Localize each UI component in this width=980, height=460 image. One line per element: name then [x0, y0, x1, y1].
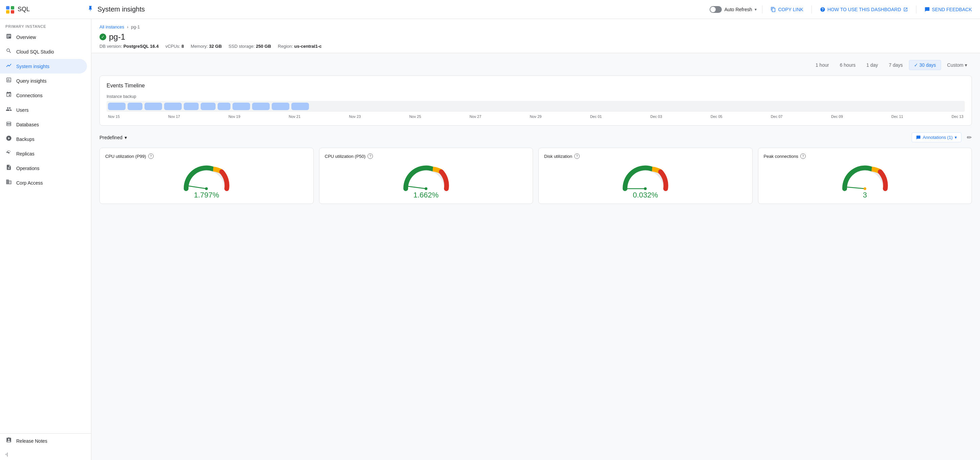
sidebar-item-operations[interactable]: Operations [0, 161, 87, 176]
replicas-icon [5, 150, 12, 158]
sidebar-item-users[interactable]: Users [0, 103, 87, 117]
sidebar-connections-label: Connections [16, 93, 43, 98]
svg-rect-2 [6, 10, 10, 14]
breadcrumb: All instances › pg-1 [100, 24, 972, 29]
time-6hours-button[interactable]: 6 hours [835, 60, 861, 70]
svg-line-10 [846, 187, 865, 188]
release-notes-icon [5, 437, 12, 445]
gauge-disk-wrapper: 0.032% [544, 161, 747, 200]
memory: Memory: 32 GB [191, 44, 222, 49]
release-notes-label: Release Notes [16, 438, 48, 444]
gauge-disk: Disk utilization ? 0.032% [538, 148, 752, 204]
time-1day-button[interactable]: 1 day [862, 60, 883, 70]
time-1hour-button[interactable]: 1 hour [811, 60, 834, 70]
help-icon-cpu-p50[interactable]: ? [368, 153, 373, 159]
gauge-cpu-p50: CPU utilization (P50) ? 1.662% [319, 148, 533, 204]
db-version: DB version: PostgreSQL 16.4 [100, 44, 159, 49]
sidebar-item-databases[interactable]: Databases [0, 117, 87, 132]
breadcrumb-all-instances[interactable]: All instances [100, 24, 124, 29]
collapse-sidebar-button[interactable]: ‹| [0, 448, 91, 460]
gauge-cpu-p99: CPU utilization (P99) ? [100, 148, 314, 204]
gauge-cpu-p50-title: CPU utilization (P50) ? [325, 153, 528, 159]
region: Region: us-central1-c [278, 44, 321, 49]
sidebar-item-release-notes[interactable]: Release Notes [0, 434, 87, 448]
copy-link-label: COPY LINK [778, 7, 803, 12]
timeline-block [145, 103, 162, 110]
sidebar-item-system-insights[interactable]: System insights [0, 59, 87, 73]
timeline-block [127, 103, 142, 110]
auto-refresh-chevron[interactable]: ▾ [755, 7, 757, 12]
pin-icon[interactable] [87, 5, 94, 13]
system-insights-icon [5, 62, 12, 70]
collapse-icon: ‹| [5, 452, 8, 457]
main-layout: Primary instance Overview Cloud SQL Stud… [0, 19, 980, 460]
sidebar-item-connections[interactable]: Connections [0, 88, 87, 103]
gauge-cpu-p50-value: 1.662% [413, 191, 439, 200]
timeline-block [291, 103, 309, 110]
send-feedback-button[interactable]: SEND FEEDBACK [922, 5, 975, 14]
svg-rect-1 [11, 6, 14, 10]
page-title: System insights [97, 5, 706, 13]
sidebar-item-backups[interactable]: Backups [0, 132, 87, 146]
gauge-peak-connections-svg [838, 161, 892, 192]
instance-meta: DB version: PostgreSQL 16.4 vCPUs: 8 Mem… [100, 44, 972, 49]
svg-line-6 [408, 186, 426, 188]
gauge-disk-value: 0.032% [633, 191, 658, 200]
timeline-block [108, 103, 126, 110]
overview-icon [5, 33, 12, 41]
timeline-track [107, 101, 965, 112]
help-icon-cpu-p99[interactable]: ? [148, 153, 154, 159]
gauge-grid: CPU utilization (P99) ? [100, 148, 972, 204]
tick: Nov 29 [530, 115, 542, 118]
annotations-label: Annotations (1) [923, 135, 953, 140]
timeline-container: Instance backup [107, 94, 965, 118]
sidebar-section-label: Primary instance [0, 19, 91, 30]
sidebar-operations-label: Operations [16, 166, 39, 171]
header-divider-2 [811, 5, 812, 14]
toggle-knob [710, 7, 716, 12]
metrics-header: Predefined ▾ Annotations (1) ▾ ✏ [100, 133, 972, 142]
sidebar-backups-label: Backups [16, 136, 35, 142]
send-feedback-label: SEND FEEDBACK [932, 7, 972, 12]
svg-point-5 [205, 187, 208, 190]
tick: Dec 07 [771, 115, 783, 118]
tick: Dec 09 [831, 115, 843, 118]
timeline-block [184, 103, 199, 110]
how-to-use-button[interactable]: HOW TO USE THIS DASHBOARD [817, 5, 911, 14]
predefined-dropdown-button[interactable]: Predefined ▾ [100, 135, 127, 140]
sidebar-item-query-insights[interactable]: Query insights [0, 73, 87, 88]
sidebar-item-replicas[interactable]: Replicas [0, 146, 87, 161]
time-7days-button[interactable]: 7 days [884, 60, 908, 70]
help-icon-peak-connections[interactable]: ? [800, 153, 806, 159]
copy-link-button[interactable]: COPY LINK [768, 5, 806, 14]
logo-area: SQL [5, 5, 94, 14]
header-divider-3 [916, 5, 916, 14]
timeline-block [218, 103, 231, 110]
annotations-area: Annotations (1) ▾ ✏ [912, 133, 972, 142]
sidebar-item-overview[interactable]: Overview [0, 30, 87, 45]
help-icon-disk[interactable]: ? [574, 153, 580, 159]
users-icon [5, 106, 12, 114]
sidebar-item-cloud-sql-studio[interactable]: Cloud SQL Studio [0, 45, 87, 59]
time-30days-button[interactable]: ✓ 30 days [909, 60, 941, 70]
edit-icon[interactable]: ✏ [967, 134, 972, 141]
sidebar-item-corp-access[interactable]: Corp Access [0, 176, 87, 190]
gauge-disk-title: Disk utilization ? [544, 153, 747, 159]
annotations-button[interactable]: Annotations (1) ▾ [912, 133, 961, 142]
instance-name-row: pg-1 [100, 32, 972, 42]
timeline-block [272, 103, 290, 110]
custom-chevron: ▾ [965, 62, 967, 68]
breadcrumb-separator: › [127, 24, 128, 29]
query-insights-icon [5, 77, 12, 85]
time-custom-button[interactable]: Custom ▾ [942, 60, 972, 70]
timeline-block [164, 103, 182, 110]
svg-point-9 [644, 187, 647, 190]
top-header: SQL System insights Auto Refresh ▾ COPY … [0, 0, 980, 19]
gauge-peak-connections-title: Peak connections ? [764, 153, 966, 159]
gauge-peak-connections: Peak connections ? 3 [758, 148, 972, 204]
auto-refresh-toggle[interactable] [710, 6, 722, 13]
corp-access-icon [5, 179, 12, 187]
vcpus: vCPUs: 8 [165, 44, 184, 49]
gauge-cpu-p99-title: CPU utilization (P99) ? [105, 153, 308, 159]
tick: Nov 15 [108, 115, 120, 118]
